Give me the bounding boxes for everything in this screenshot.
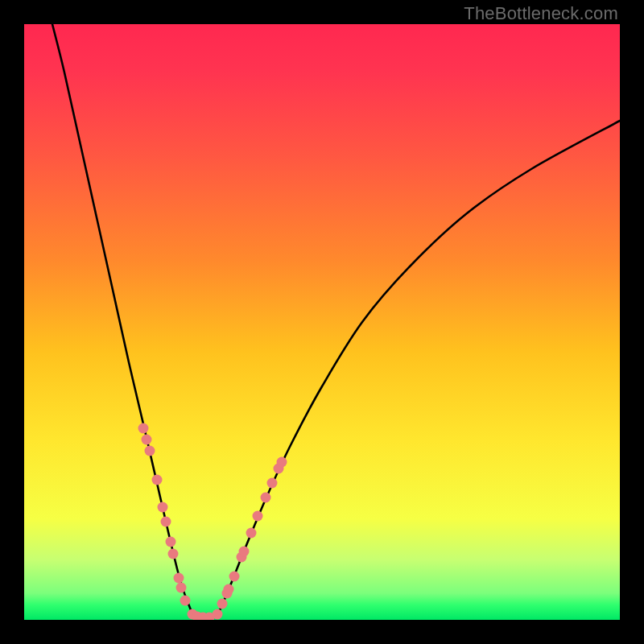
background-gradient xyxy=(24,24,620,620)
chart-frame: TheBottleneck.com xyxy=(0,0,644,644)
svg-rect-0 xyxy=(24,24,620,620)
plot-area xyxy=(24,24,620,620)
watermark-text: TheBottleneck.com xyxy=(464,3,618,24)
